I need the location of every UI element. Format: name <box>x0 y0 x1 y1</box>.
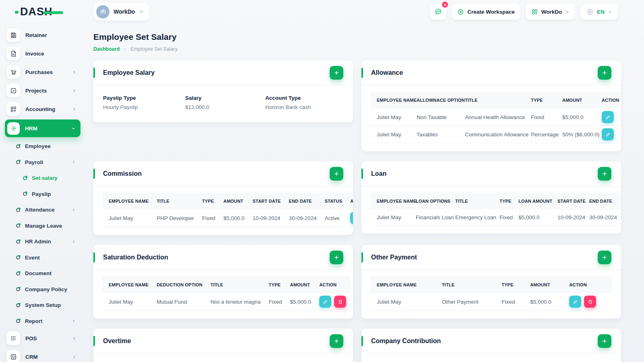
page-title: Employee Set Salary <box>93 32 621 42</box>
sidebar-item-payroll[interactable]: Payroll <box>5 154 86 171</box>
card-header: Overtime <box>93 329 353 354</box>
table-header-row: EMPLOYEE NAME TITLE TYPE AMOUNT START DA… <box>102 193 353 210</box>
column-header: EMPLOYEE NAME <box>370 193 412 210</box>
sidebar-item-label: Purchases <box>25 69 53 75</box>
edit-button[interactable] <box>569 296 581 308</box>
allowance-table: EMPLOYEE NAME ALLOWNACE OPTION TITLE TYP… <box>370 92 621 143</box>
sidebar-item-event[interactable]: Event <box>5 250 86 266</box>
sidebar-item-pos[interactable]: POS <box>5 329 86 348</box>
cell-title: Other Payment <box>438 293 497 311</box>
globe-icon <box>586 8 594 16</box>
add-company-contribution-button[interactable] <box>598 334 611 348</box>
plus-circle-icon <box>457 8 464 15</box>
chevron-down-icon <box>71 126 76 131</box>
column-header: EMPLOYEE NAME <box>370 276 438 293</box>
sidebar-item-projects[interactable]: Projects <box>5 81 86 100</box>
cart-icon <box>6 65 20 79</box>
cell-title: Annual Health Allowance <box>461 109 527 126</box>
sidebar-item-retainer[interactable]: Retainer <box>5 26 86 44</box>
plus-icon <box>602 255 607 260</box>
sidebar-item-hr-admin[interactable]: HR Admin <box>5 234 86 250</box>
cell-title: Nisi a tenetur magna <box>206 293 265 311</box>
loan-table: EMPLOYEE NAME LOAN OPTIONS TITLE TYPE LO… <box>370 193 621 226</box>
cell-title: Emergency Loan <box>451 210 495 226</box>
column-header: AMOUNT <box>558 92 598 109</box>
building-icon <box>99 8 107 15</box>
bullet-icon <box>16 224 20 228</box>
delete-button[interactable] <box>584 296 596 308</box>
column-header: ACTION <box>346 193 353 210</box>
sidebar-item-hrm[interactable]: HRM <box>5 119 80 137</box>
cell-amount: $5,000.0 <box>558 109 598 126</box>
other-payment-card: Other Payment EMPLOYEE NAME TITLE TYPE A… <box>361 245 621 319</box>
bullet-icon <box>16 319 20 323</box>
add-employee-salary-button[interactable] <box>330 66 343 80</box>
sidebar: Retainer Invoice Purchases Projects Acco… <box>0 23 86 362</box>
bullet-icon <box>23 176 27 180</box>
sidebar-item-system-setup[interactable]: System Setup <box>5 297 86 313</box>
field-label: Payslip Type <box>103 95 185 101</box>
add-other-payment-button[interactable] <box>598 251 611 264</box>
column-header: AMOUNT <box>526 276 565 293</box>
pos-icon <box>6 331 20 345</box>
card-title: Commission <box>103 170 142 177</box>
cell-actions <box>598 126 621 143</box>
sidebar-item-set-salary[interactable]: Set salary <box>5 170 86 186</box>
edit-button[interactable] <box>602 128 614 140</box>
language-button[interactable]: EN <box>580 4 618 20</box>
sidebar-item-label: Invoice <box>25 51 44 57</box>
column-header: TITLE <box>451 193 495 210</box>
edit-button[interactable] <box>350 212 353 224</box>
logo-dash-accent <box>15 11 19 14</box>
sidebar-item-accounting[interactable]: Accounting <box>5 100 86 118</box>
chat-icon <box>434 8 442 16</box>
messages-button[interactable]: 0 <box>430 4 446 20</box>
add-loan-button[interactable] <box>598 167 611 181</box>
add-allowance-button[interactable] <box>598 66 611 80</box>
column-header: AMOUNT <box>219 193 249 210</box>
add-overtime-button[interactable] <box>330 334 343 348</box>
add-commission-button[interactable] <box>330 167 343 181</box>
cell-loan-amount: $5,000.0 <box>514 210 553 226</box>
sidebar-item-invoice[interactable]: Invoice <box>5 44 86 63</box>
plus-icon <box>334 255 339 260</box>
sidebar-item-payslip[interactable]: Payslip <box>5 186 86 202</box>
sidebar-item-company-policy[interactable]: Company Policy <box>5 282 86 298</box>
app-logo[interactable]: DASH <box>20 6 53 18</box>
plus-icon <box>334 171 339 177</box>
create-workspace-button[interactable]: Create Workspace <box>452 4 520 20</box>
chevron-right-icon <box>123 47 127 51</box>
sidebar-item-purchases[interactable]: Purchases <box>5 63 86 81</box>
field-salary: Salary $12,000.0 <box>185 95 265 110</box>
field-account-type: Account Type Horizon Bank cash <box>265 95 343 110</box>
sidebar-item-attendance[interactable]: Attendance <box>5 202 86 218</box>
card-header: Company Contribution <box>361 329 621 354</box>
column-header: ALLOWNACE OPTION <box>413 92 461 109</box>
card-header: Saturation Deduction <box>93 245 353 270</box>
edit-button[interactable] <box>319 296 331 308</box>
column-header: TYPE <box>497 276 526 293</box>
delete-button[interactable] <box>334 296 346 308</box>
workdo-menu-button[interactable]: WorkDo <box>526 4 576 20</box>
plus-icon <box>602 171 607 177</box>
sidebar-item-report[interactable]: Report <box>5 313 86 329</box>
table-row: Juliet May Financials Loan Emergency Loa… <box>370 210 621 226</box>
sidebar-item-document[interactable]: Document <box>5 265 86 282</box>
cell-actions <box>315 293 350 311</box>
hrm-icon <box>7 122 20 135</box>
pencil-icon <box>573 299 578 304</box>
logo-zone: DASH <box>0 6 85 18</box>
chevron-right-icon <box>72 160 76 164</box>
sidebar-item-manage-leave[interactable]: Manage Leave <box>5 218 86 234</box>
sidebar-item-crm[interactable]: CRM <box>5 348 86 362</box>
breadcrumb-dashboard-link[interactable]: Dashboard <box>93 46 120 52</box>
sidebar-item-label: CRM <box>25 354 38 360</box>
sidebar-item-employee[interactable]: Employee <box>5 138 86 154</box>
card-body: EMPLOYEE NAME TITLE TYPE AMOUNT ACTION J… <box>361 270 621 319</box>
commission-card: Commission EMPLOYEE NAME TITLE TYPE AMOU… <box>93 161 353 235</box>
crm-icon <box>6 350 20 362</box>
column-header: LOAN AMOUNT <box>514 193 553 210</box>
workspace-selector[interactable]: WorkDo <box>94 3 149 21</box>
add-saturation-deduction-button[interactable] <box>330 251 343 264</box>
edit-button[interactable] <box>602 111 614 123</box>
